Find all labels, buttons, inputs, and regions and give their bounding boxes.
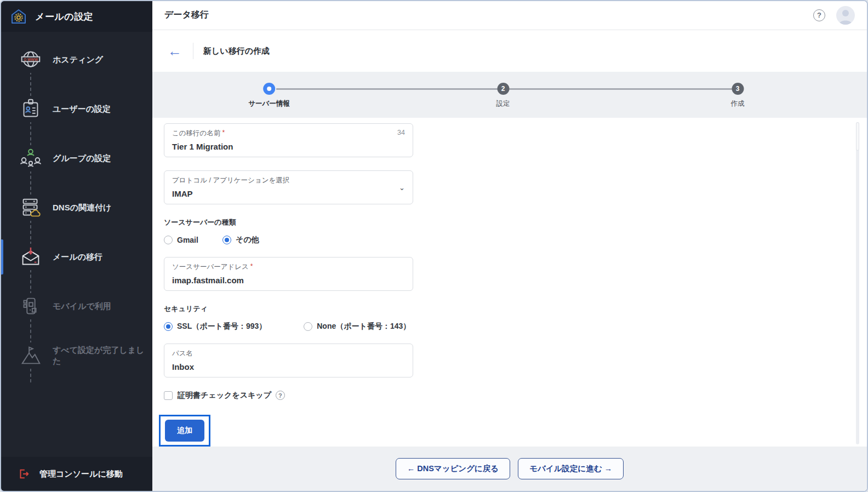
protocol-select[interactable]: プロトコル / アプリケーションを選択 IMAP ⌄: [164, 170, 413, 204]
sidebar-item-dns[interactable]: DNSの関連付け: [1, 183, 152, 232]
chevron-down-icon: ⌄: [399, 183, 405, 191]
sidebar-item-mail-migration[interactable]: メールの移行: [1, 232, 152, 282]
stepper: サーバー情報 2 設定 3 作成: [152, 72, 867, 117]
radio-label: Gmail: [177, 236, 198, 244]
sidebar-footer-admin-console[interactable]: 管理コンソールに移動: [1, 457, 152, 491]
mobile-icon: [18, 293, 44, 319]
security-radio-group: SSL（ポート番号：993） None（ポート番号：143）: [164, 322, 867, 331]
sidebar-nav: O WWW ホスティング ユーザーの設定: [1, 32, 152, 457]
back-to-dns-button[interactable]: ← DNSマッピングに戻る: [396, 458, 511, 479]
skip-cert-check-row: 証明書チェックをスキップ ?: [164, 391, 867, 401]
sidebar-item-label: グループの設定: [53, 153, 111, 164]
path-name-field[interactable]: パス名 Inbox: [164, 344, 413, 377]
field-label: この移行の名前: [172, 129, 220, 138]
logout-icon: [18, 468, 30, 480]
required-asterisk: *: [250, 262, 253, 270]
field-label: ソースサーバーアドレス: [172, 262, 249, 272]
sidebar-item-user-settings[interactable]: ユーザーの設定: [1, 84, 152, 134]
avatar[interactable]: [836, 6, 855, 25]
sidebar-item-label: すべて設定が完了しました: [53, 345, 147, 367]
source-server-address-field[interactable]: ソースサーバーアドレス * imap.fastmail.com: [164, 257, 413, 291]
sidebar-item-setup-complete[interactable]: すべて設定が完了しました: [1, 331, 152, 380]
setup-complete-icon: [18, 342, 44, 369]
radio-icon: [164, 322, 173, 331]
field-value: Inbox: [172, 362, 405, 371]
radio-other[interactable]: その他: [222, 235, 259, 245]
app-window: メールの設定 O WWW ホスティング: [0, 0, 868, 492]
step-label: 作成: [731, 99, 745, 108]
radio-label: その他: [236, 235, 259, 245]
radio-label: None（ポート番号：143）: [317, 322, 410, 331]
radio-icon: [304, 322, 312, 331]
radio-label: SSL（ポート番号：993）: [177, 322, 266, 331]
user-settings-icon: [18, 96, 44, 122]
sidebar-item-label: モバイルで利用: [53, 301, 111, 312]
main-content: データ移行 ? ← 新しい移行の作成 サーバー情報 2 設定: [152, 1, 867, 491]
source-type-label: ソースサーバーの種類: [164, 218, 867, 227]
help-icon[interactable]: ?: [813, 9, 825, 21]
mail-migration-icon: [18, 244, 44, 270]
footer-actions: ← DNSマッピングに戻る モバイル設定に進む →: [152, 447, 867, 491]
step-circle-2: 2: [497, 83, 509, 95]
sub-header: ← 新しい移行の作成: [152, 30, 867, 72]
main-header: データ移行 ?: [152, 1, 867, 30]
step-create[interactable]: 3 作成: [731, 83, 745, 108]
security-label: セキュリティ: [164, 304, 867, 314]
step-server-info[interactable]: サーバー情報: [248, 83, 290, 108]
scrollbar[interactable]: [856, 122, 859, 444]
next-to-mobile-button[interactable]: モバイル設定に進む →: [518, 458, 624, 479]
radio-none[interactable]: None（ポート番号：143）: [304, 322, 410, 331]
field-value: imap.fastmail.com: [172, 276, 405, 285]
sidebar-item-hosting[interactable]: O WWW ホスティング: [1, 35, 152, 84]
step-settings[interactable]: 2 設定: [496, 83, 510, 108]
divider: [193, 43, 193, 59]
radio-icon: [222, 236, 231, 244]
sidebar-header: メールの設定: [1, 1, 152, 32]
sidebar-footer-label: 管理コンソールに移動: [39, 469, 123, 479]
radio-ssl[interactable]: SSL（ポート番号：993）: [164, 322, 266, 331]
app-title: メールの設定: [35, 10, 93, 23]
sidebar-item-label: メールの移行: [53, 251, 102, 262]
radio-gmail[interactable]: Gmail: [164, 236, 198, 244]
step-circle-1: [263, 83, 275, 95]
skip-cert-checkbox[interactable]: [164, 391, 173, 400]
field-value: IMAP: [172, 189, 405, 198]
sidebar-item-mobile[interactable]: モバイルで利用: [1, 282, 152, 331]
add-button-highlight-box: 追加: [159, 415, 210, 447]
checkbox-label: 証明書チェックをスキップ: [178, 391, 271, 401]
migration-form: この移行の名前 * 34 Tier 1 Migration プロトコル / アプ…: [152, 118, 867, 447]
step-label: サーバー情報: [248, 99, 290, 108]
hosting-icon: O WWW: [18, 47, 44, 73]
step-label: 設定: [496, 99, 510, 108]
dns-icon: [18, 194, 44, 221]
svg-text:O WWW: O WWW: [24, 58, 38, 61]
help-icon[interactable]: ?: [276, 391, 285, 400]
app-logo-icon: [10, 8, 27, 25]
scrollbar-thumb[interactable]: [856, 122, 859, 151]
required-asterisk: *: [222, 129, 225, 136]
sub-header-title: 新しい移行の作成: [203, 46, 270, 56]
add-button[interactable]: 追加: [165, 420, 204, 442]
source-type-radio-group: Gmail その他: [164, 235, 867, 245]
field-label: パス名: [172, 349, 193, 358]
sidebar-item-label: ユーザーの設定: [53, 104, 111, 115]
page-title: データ移行: [164, 9, 209, 21]
back-arrow-icon[interactable]: ←: [164, 44, 185, 58]
step-circle-3: 3: [732, 83, 744, 95]
sidebar: メールの設定 O WWW ホスティング: [1, 1, 152, 491]
sidebar-item-label: DNSの関連付け: [53, 202, 111, 213]
field-value: Tier 1 Migration: [172, 142, 405, 151]
char-count: 34: [397, 129, 405, 136]
sidebar-item-label: ホスティング: [53, 54, 103, 65]
group-settings-icon: [18, 145, 44, 171]
radio-icon: [164, 236, 173, 244]
migration-name-field[interactable]: この移行の名前 * 34 Tier 1 Migration: [164, 123, 413, 157]
field-label: プロトコル / アプリケーションを選択: [172, 176, 289, 185]
sidebar-item-group-settings[interactable]: グループの設定: [1, 134, 152, 183]
